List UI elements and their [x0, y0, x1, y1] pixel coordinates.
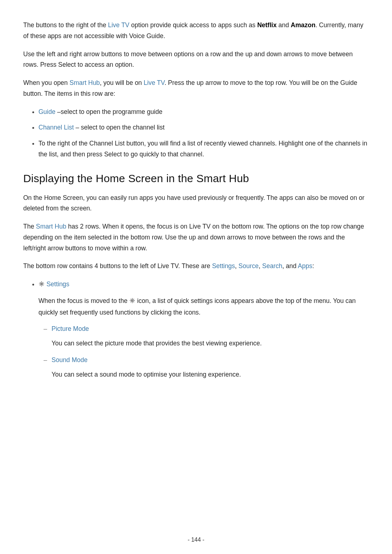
text: The buttons to the right of the [23, 21, 108, 29]
text: To the right of the Channel List button,… [38, 140, 367, 158]
text: , [259, 262, 262, 270]
picture-mode-description: You can select the picture mode that pro… [52, 338, 369, 349]
list-item-settings: Settings When the focus is moved to the … [38, 279, 369, 380]
gear-icon [129, 296, 135, 307]
text: – select to open the channel list [74, 124, 164, 131]
list-item: Guide –select to open the programme guid… [38, 107, 369, 118]
text: When you open [23, 79, 69, 86]
paragraph-1: The buttons to the right of the Live TV … [23, 20, 369, 42]
link-search[interactable]: Search [262, 262, 282, 270]
paragraph-3: When you open Smart Hub, you will be on … [23, 78, 369, 99]
link-apps[interactable]: Apps [298, 262, 313, 270]
page-number: - 144 - [0, 537, 392, 543]
text: , [235, 262, 238, 270]
link-guide[interactable]: Guide [38, 108, 56, 115]
paragraph-5: The Smart Hub has 2 rows. When it opens,… [23, 221, 369, 254]
text: –select to open the programme guide [56, 108, 163, 115]
gear-icon [38, 280, 45, 291]
paragraph-2: Use the left and right arrow buttons to … [23, 49, 369, 71]
text: option provide quick access to apps such… [130, 21, 257, 29]
sublist-item-picture-mode: Picture Mode You can select the picture … [38, 324, 369, 349]
app-amazon: Amazon [291, 21, 315, 29]
section-heading: Displaying the Home Screen in the Smart … [23, 172, 369, 185]
settings-sublist: Picture Mode You can select the picture … [38, 324, 369, 380]
sound-mode-description: You can select a sound mode to optimise … [52, 369, 369, 380]
text: and [277, 21, 291, 29]
sublist-item-sound-mode: Sound Mode You can select a sound mode t… [38, 355, 369, 380]
settings-label[interactable]: Settings [46, 280, 69, 288]
text: , you will be on [100, 79, 144, 86]
link-source[interactable]: Source [238, 262, 258, 270]
text: The [23, 223, 36, 230]
paragraph-4: On the Home Screen, you can easily run a… [23, 193, 369, 214]
link-picture-mode[interactable]: Picture Mode [52, 325, 89, 332]
text: : [312, 262, 314, 270]
svg-point-1 [131, 300, 133, 301]
link-channel-list[interactable]: Channel List [38, 124, 74, 131]
bullet-list-top-row: Guide –select to open the programme guid… [23, 107, 369, 160]
link-smart-hub[interactable]: Smart Hub [36, 223, 66, 230]
text: , and [282, 262, 298, 270]
link-live-tv[interactable]: Live TV [108, 21, 129, 29]
text: has 2 rows. When it opens, the focus is … [23, 223, 364, 252]
list-item: Channel List – select to open the channe… [38, 122, 369, 133]
text: When the focus is moved to the [38, 297, 129, 304]
svg-point-0 [41, 283, 42, 285]
list-item: To the right of the Channel List button,… [38, 138, 369, 160]
link-smart-hub[interactable]: Smart Hub [69, 79, 100, 86]
text: The bottom row contains 4 buttons to the… [23, 262, 212, 270]
bullet-list-settings: Settings When the focus is moved to the … [23, 279, 369, 380]
paragraph-6: The bottom row contains 4 buttons to the… [23, 261, 369, 272]
document-page: The buttons to the right of the Live TV … [0, 0, 392, 554]
link-live-tv[interactable]: Live TV [144, 79, 164, 86]
link-sound-mode[interactable]: Sound Mode [52, 356, 87, 364]
link-settings[interactable]: Settings [212, 262, 235, 270]
settings-description: When the focus is moved to the icon, a l… [38, 296, 369, 318]
app-netflix: Netflix [257, 21, 277, 29]
